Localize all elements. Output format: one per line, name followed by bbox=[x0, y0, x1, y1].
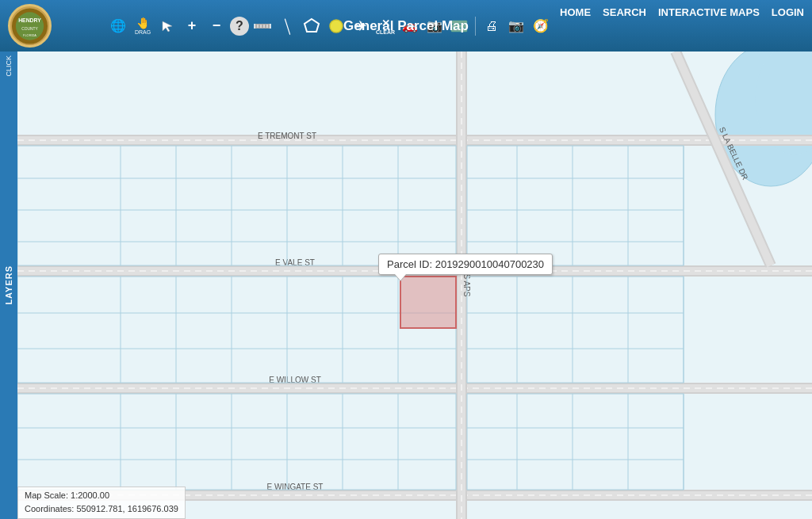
draw-polygon-tool[interactable] bbox=[301, 15, 323, 37]
pointer-tool[interactable] bbox=[156, 15, 178, 37]
status-bar: Map Scale: 1:2000.00 Coordinates: 550912… bbox=[17, 487, 186, 519]
svg-rect-94 bbox=[400, 277, 456, 328]
drag-tool[interactable]: 🤚 DRAG bbox=[132, 15, 154, 37]
nav-links: HOME SEARCH INTERACTIVE MAPS LOGIN bbox=[560, 6, 804, 18]
compass-tool[interactable]: 🧭 bbox=[530, 15, 552, 37]
draw-line-tool[interactable]: ╱ bbox=[271, 10, 303, 42]
zoom-out-tool[interactable]: − bbox=[205, 15, 228, 37]
layers-sidebar[interactable]: CLICK LAYERS bbox=[0, 52, 17, 519]
coordinates: Coordinates: 550912.781, 1619676.039 bbox=[25, 502, 178, 517]
svg-point-14 bbox=[330, 20, 343, 32]
zoom-in-tool[interactable]: + bbox=[181, 15, 203, 37]
click-label: CLICK bbox=[5, 55, 13, 77]
svg-rect-22 bbox=[17, 136, 812, 144]
svg-text:E TREMONT ST: E TREMONT ST bbox=[258, 132, 316, 140]
toolbar: 🌐 🤚 DRAG + − ? ╱ ✈ ✕ CLEAR 🚗 📷 bbox=[107, 15, 552, 37]
map-container[interactable]: E TREMONT ST E VALE ST E WILLOW ST E WIN… bbox=[17, 52, 812, 519]
header: HENDRY COUNTY FLORIDA General Parcel Map… bbox=[0, 0, 812, 52]
layers-label: LAYERS bbox=[4, 265, 13, 305]
login-link[interactable]: LOGIN bbox=[772, 6, 804, 18]
svg-text:COUNTY: COUNTY bbox=[21, 26, 38, 30]
main-area: CLICK LAYERS E TREMONT ST E VALE ST bbox=[0, 52, 812, 519]
page-title: General Parcel Map bbox=[343, 18, 469, 34]
home-link[interactable]: HOME bbox=[560, 6, 591, 18]
logo: HENDRY COUNTY FLORIDA bbox=[8, 4, 52, 48]
interactive-maps-link[interactable]: INTERACTIVE MAPS bbox=[658, 6, 760, 18]
map-svg: E TREMONT ST E VALE ST E WILLOW ST E WIN… bbox=[17, 52, 812, 519]
map-scale: Map Scale: 1:2000.00 bbox=[25, 489, 178, 503]
svg-text:HENDRY: HENDRY bbox=[18, 17, 41, 23]
globe-icon[interactable]: 🌐 bbox=[107, 15, 129, 37]
screenshot-tool[interactable]: 📷 bbox=[505, 15, 527, 37]
svg-marker-5 bbox=[163, 21, 172, 32]
print-tool[interactable]: 🖨 bbox=[481, 15, 503, 37]
help-tool[interactable]: ? bbox=[230, 17, 249, 36]
search-link[interactable]: SEARCH bbox=[603, 6, 646, 18]
svg-marker-13 bbox=[304, 19, 319, 32]
svg-rect-30 bbox=[17, 384, 812, 392]
parcel-tooltip: Parcel ID: 2019290010040700230 bbox=[378, 254, 553, 275]
svg-rect-6 bbox=[255, 24, 270, 29]
parcel-id-label: Parcel ID: 2019290010040700230 bbox=[387, 258, 544, 270]
svg-text:FLORIDA: FLORIDA bbox=[23, 32, 36, 36]
